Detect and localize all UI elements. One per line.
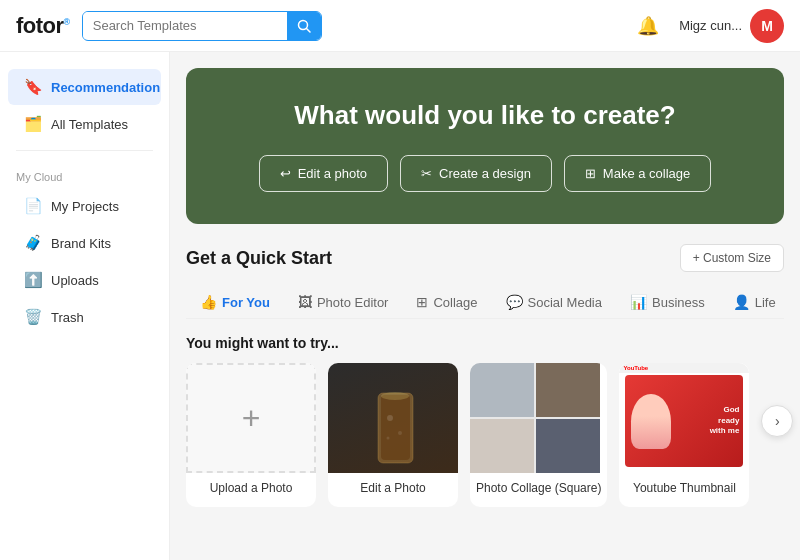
my-projects-icon: 📄 [24, 197, 43, 215]
uploads-icon: ⬆️ [24, 271, 43, 289]
sidebar-item-brand-kits[interactable]: 🧳 Brand Kits [8, 225, 161, 261]
header: fotor® 🔔 Migz cun... M [0, 0, 800, 52]
tab-social-media[interactable]: 💬 Social Media [492, 286, 616, 318]
custom-size-button[interactable]: + Custom Size [680, 244, 784, 272]
card-edit-photo[interactable]: Edit a Photo [328, 363, 458, 507]
business-icon: 📊 [630, 294, 647, 310]
svg-point-4 [381, 392, 409, 400]
make-collage-icon: ⊞ [585, 166, 596, 181]
cards-section-label: You might want to try... [186, 335, 784, 351]
tab-business[interactable]: 📊 Business [616, 286, 719, 318]
tab-business-label: Business [652, 295, 705, 310]
sidebar-label-uploads: Uploads [51, 273, 99, 288]
recommendation-icon: 🔖 [24, 78, 43, 96]
tab-photo-editor[interactable]: 🖼 Photo Editor [284, 286, 403, 318]
collage-cell-2 [536, 363, 600, 417]
my-cloud-label: My Cloud [0, 159, 169, 187]
sidebar-item-trash[interactable]: 🗑️ Trash [8, 299, 161, 335]
yt-text-area: Godreadywith me [671, 401, 743, 440]
collage-cell-4 [536, 419, 600, 473]
tab-life-label: Life [755, 295, 776, 310]
card-photo-collage[interactable]: Photo Collage (Square) [470, 363, 607, 507]
chevron-right-icon: › [775, 413, 780, 429]
edit-photo-label: Edit a photo [298, 166, 367, 181]
make-collage-label: Make a collage [603, 166, 690, 181]
all-templates-icon: 🗂️ [24, 115, 43, 133]
search-icon [297, 19, 311, 33]
yt-caption: Godreadywith me [675, 405, 739, 436]
tab-social-media-label: Social Media [528, 295, 602, 310]
sidebar-item-recommendation[interactable]: 🔖 Recommendation [8, 69, 161, 105]
for-you-icon: 👍 [200, 294, 217, 310]
hero-buttons: ↩ Edit a photo ✂ Create a design ⊞ Make … [210, 155, 760, 192]
sidebar-label-my-projects: My Projects [51, 199, 119, 214]
quick-start-header: Get a Quick Start + Custom Size [186, 244, 784, 272]
username: Migz cun... [679, 18, 742, 33]
bell-icon[interactable]: 🔔 [637, 15, 659, 37]
search-bar [82, 11, 322, 41]
tab-life[interactable]: 👤 Life [719, 286, 784, 318]
youtube-label: Youtube Thumbnail [619, 473, 749, 507]
upload-photo-label: Upload a Photo [186, 473, 316, 507]
svg-line-1 [306, 28, 310, 32]
collage-image [470, 363, 600, 473]
collage-icon: ⊞ [416, 294, 428, 310]
search-input[interactable] [83, 12, 287, 39]
tab-for-you-label: For You [222, 295, 270, 310]
life-icon: 👤 [733, 294, 750, 310]
sidebar-label-recommendation: Recommendation [51, 80, 160, 95]
svg-point-5 [387, 415, 393, 421]
youtube-logo-text: YouTube [623, 365, 648, 371]
search-button[interactable] [287, 12, 321, 40]
brand-kits-icon: 🧳 [24, 234, 43, 252]
tabs-bar: 👍 For You 🖼 Photo Editor ⊞ Collage 💬 Soc… [186, 286, 784, 319]
tab-collage-label: Collage [433, 295, 477, 310]
sidebar-item-my-projects[interactable]: 📄 My Projects [8, 188, 161, 224]
collage-cell-1 [470, 363, 534, 417]
tab-for-you[interactable]: 👍 For You [186, 286, 284, 318]
trash-icon: 🗑️ [24, 308, 43, 326]
sidebar-label-all-templates: All Templates [51, 117, 128, 132]
hero-banner: What would you like to create? ↩ Edit a … [186, 68, 784, 224]
upload-photo-image: + [186, 363, 316, 473]
edit-photo-button[interactable]: ↩ Edit a photo [259, 155, 388, 192]
logo: fotor® [16, 13, 70, 39]
card-upload-photo[interactable]: + Upload a Photo [186, 363, 316, 507]
sidebar-divider [16, 150, 153, 151]
tab-collage[interactable]: ⊞ Collage [402, 286, 491, 318]
svg-point-7 [387, 437, 390, 440]
collage-label: Photo Collage (Square) [470, 473, 607, 507]
collage-cell-3 [470, 419, 534, 473]
sidebar-item-all-templates[interactable]: 🗂️ All Templates [8, 106, 161, 142]
card-youtube-thumbnail[interactable]: YouTube Godreadywith me Youtube Thumbnai… [619, 363, 749, 507]
sidebar: 🔖 Recommendation 🗂️ All Templates My Clo… [0, 52, 170, 560]
sidebar-label-brand-kits: Brand Kits [51, 236, 111, 251]
youtube-image: YouTube Godreadywith me [619, 363, 749, 473]
edit-photo-icon: ↩ [280, 166, 291, 181]
yt-bar: YouTube [619, 363, 749, 373]
hero-title: What would you like to create? [210, 100, 760, 131]
cards-next-button[interactable]: › [761, 405, 793, 437]
user-menu[interactable]: Migz cun... M [679, 9, 784, 43]
create-design-label: Create a design [439, 166, 531, 181]
svg-rect-3 [381, 395, 410, 460]
edit-photo-label: Edit a Photo [328, 473, 458, 507]
photo-editor-icon: 🖼 [298, 294, 312, 310]
tab-photo-editor-label: Photo Editor [317, 295, 389, 310]
yt-person [631, 394, 671, 449]
plus-icon: + [242, 400, 261, 437]
edit-photo-image [328, 363, 458, 473]
social-media-icon: 💬 [506, 294, 523, 310]
sidebar-item-uploads[interactable]: ⬆️ Uploads [8, 262, 161, 298]
quick-start-title: Get a Quick Start [186, 248, 332, 269]
sidebar-label-trash: Trash [51, 310, 84, 325]
avatar: M [750, 9, 784, 43]
make-collage-button[interactable]: ⊞ Make a collage [564, 155, 711, 192]
main-content: What would you like to create? ↩ Edit a … [170, 52, 800, 560]
create-design-icon: ✂ [421, 166, 432, 181]
cards-row: + Upload a Photo Edit a Photo [186, 363, 784, 507]
custom-size-label: + Custom Size [693, 251, 771, 265]
create-design-button[interactable]: ✂ Create a design [400, 155, 552, 192]
yt-thumbnail-bg: Godreadywith me [625, 375, 743, 467]
main-layout: 🔖 Recommendation 🗂️ All Templates My Clo… [0, 52, 800, 560]
